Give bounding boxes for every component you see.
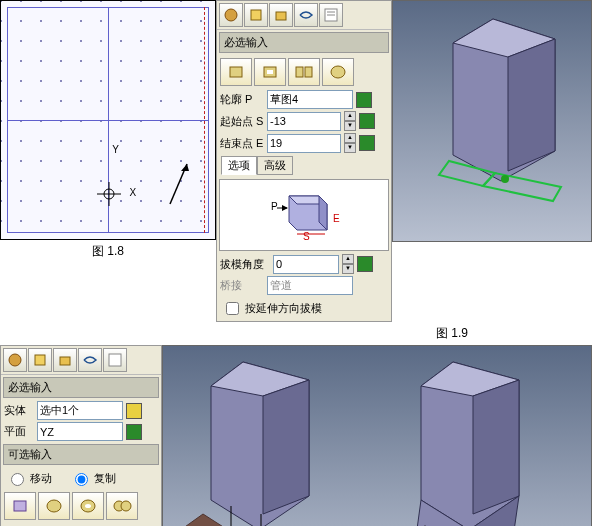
body-status-icon[interactable]: [126, 403, 142, 419]
tool-icon-2[interactable]: [244, 3, 268, 27]
profile-input[interactable]: [267, 90, 353, 109]
dir-option-1[interactable]: [220, 58, 252, 86]
extrude-panel: 必选输入 轮廓 P 起始点 S ▲▼: [216, 0, 392, 322]
draft-spinner[interactable]: ▲▼: [342, 254, 354, 274]
svg-rect-33: [60, 357, 70, 365]
svg-marker-43: [263, 380, 309, 514]
svg-point-16: [331, 66, 345, 78]
panel2-toolbar: [1, 346, 161, 375]
svg-rect-35: [14, 501, 26, 511]
radio-copy[interactable]: [75, 473, 88, 486]
bridge-label: 桥接: [220, 278, 264, 293]
op-icon-1[interactable]: [4, 492, 36, 520]
sketch-selected-edge: [204, 7, 205, 233]
profile-ok-icon[interactable]: [356, 92, 372, 108]
tool-icon-4[interactable]: [294, 3, 318, 27]
sketch-arrow-icon: [165, 159, 195, 209]
plane-label: 平面: [4, 424, 34, 439]
op-icon-4[interactable]: [106, 492, 138, 520]
axis-x-label: X: [129, 187, 136, 198]
caption-1-9: 图 1.9: [216, 322, 592, 345]
svg-point-31: [9, 354, 21, 366]
profile-label: 轮廓 P: [220, 92, 264, 107]
svg-text:P: P: [271, 201, 278, 212]
tool-icon-1[interactable]: [219, 3, 243, 27]
body-input[interactable]: [37, 401, 123, 420]
axis-y-label: Y: [112, 144, 119, 155]
p2-tool-3[interactable]: [53, 348, 77, 372]
svg-rect-14: [296, 67, 303, 77]
p2-tool-5[interactable]: [103, 348, 127, 372]
radio-move[interactable]: [11, 473, 24, 486]
svg-rect-7: [276, 12, 286, 20]
direction-icons: [217, 55, 391, 89]
op-icon-2[interactable]: [38, 492, 70, 520]
extrude-diagram: P S E: [219, 179, 389, 251]
p2-tool-4[interactable]: [78, 348, 102, 372]
radio-move-label: 移动: [30, 471, 52, 486]
op-icon-3[interactable]: [72, 492, 104, 520]
origin-icon: [97, 182, 121, 206]
end-ok-icon[interactable]: [359, 135, 375, 151]
svg-marker-27: [508, 39, 555, 171]
svg-text:E: E: [333, 213, 340, 224]
svg-point-38: [85, 504, 91, 508]
start-input[interactable]: [267, 112, 341, 131]
start-ok-icon[interactable]: [359, 113, 375, 129]
section-required: 必选输入: [219, 32, 389, 53]
draft-input[interactable]: [273, 255, 339, 274]
plane-ok-icon[interactable]: [126, 424, 142, 440]
svg-marker-4: [181, 164, 189, 171]
body-label: 实体: [4, 403, 34, 418]
draft-label: 拔模角度: [220, 257, 270, 272]
start-spinner[interactable]: ▲▼: [344, 111, 356, 131]
extend-draft-checkbox[interactable]: [226, 302, 239, 315]
svg-marker-49: [473, 380, 519, 514]
p2-tool-2[interactable]: [28, 348, 52, 372]
start-label: 起始点 S: [220, 114, 264, 129]
tool-icon-5[interactable]: [319, 3, 343, 27]
end-spinner[interactable]: ▲▼: [344, 133, 356, 153]
svg-point-36: [47, 500, 61, 512]
svg-point-30: [501, 175, 509, 183]
svg-point-40: [121, 501, 131, 511]
p2-tool-1[interactable]: [3, 348, 27, 372]
tool-icon-3[interactable]: [269, 3, 293, 27]
plane-input[interactable]: [37, 422, 123, 441]
viewport-2-0-2-1[interactable]: yesky 天极网: [162, 345, 592, 526]
p2-section-required: 必选输入: [3, 377, 159, 398]
svg-rect-15: [305, 67, 312, 77]
svg-rect-34: [109, 354, 121, 366]
bridge-input: [267, 276, 353, 295]
end-label: 结束点 E: [220, 136, 264, 151]
svg-rect-11: [230, 67, 242, 77]
dir-option-4[interactable]: [322, 58, 354, 86]
extend-draft-label: 按延伸方向拔模: [245, 301, 322, 316]
svg-point-5: [225, 9, 237, 21]
tab-advanced[interactable]: 高级: [257, 156, 293, 175]
panel-toolbar: [217, 1, 391, 30]
viewport-1-9[interactable]: [392, 0, 592, 242]
svg-rect-13: [267, 70, 273, 74]
svg-text:S: S: [303, 231, 310, 242]
svg-rect-32: [35, 355, 45, 365]
tab-options[interactable]: 选项: [221, 156, 257, 175]
dir-option-2[interactable]: [254, 58, 286, 86]
p2-section-optional: 可选输入: [3, 444, 159, 465]
radio-copy-label: 复制: [94, 471, 116, 486]
sketch-viewport[interactable]: Y X: [0, 0, 216, 240]
draft-ok-icon[interactable]: [357, 256, 373, 272]
end-input[interactable]: [267, 134, 341, 153]
caption-1-8: 图 1.8: [0, 240, 216, 263]
mirror-panel: 必选输入 实体 平面 可选输入 移动 复制: [0, 345, 162, 526]
svg-rect-6: [251, 10, 261, 20]
dir-option-3[interactable]: [288, 58, 320, 86]
